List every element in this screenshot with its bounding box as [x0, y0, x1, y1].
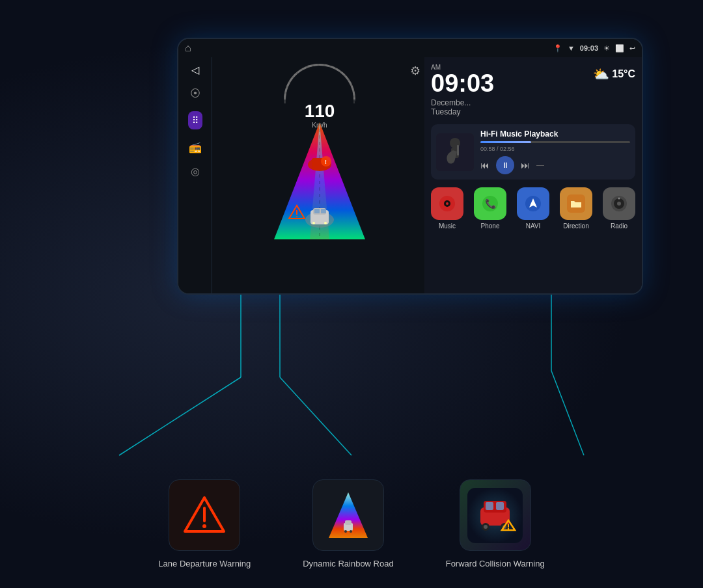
speedometer: 110 Km/h — [284, 64, 355, 129]
forward-collision-label: Forward Collision Warning — [446, 559, 545, 568]
svg-rect-19 — [314, 209, 320, 213]
music-player: Hi-Fi Music Playback 00:58 / 02:56 ⏮ ⏸ ⏭… — [431, 124, 635, 180]
svg-marker-43 — [329, 492, 368, 538]
phone-app-label: Phone — [481, 222, 500, 230]
lane-departure-icon-box — [169, 479, 240, 551]
svg-point-21 — [312, 222, 315, 224]
apps-grid-icon[interactable]: ⠿ — [188, 111, 202, 129]
location-icon: 📍 — [553, 44, 562, 53]
status-time: 09:03 — [580, 44, 598, 52]
play-pause-button[interactable]: ⏸ — [496, 156, 514, 174]
lane-departure-feature: Lane Departure Warning — [158, 479, 251, 568]
signal-icon: ▼ — [568, 44, 575, 52]
navi-app-icon — [517, 187, 549, 220]
feature-boxes: Lane Departure Warning — [0, 479, 703, 568]
next-button[interactable]: ⏭ — [521, 160, 530, 170]
forward-collision-icon-box — [460, 479, 531, 551]
svg-point-38 — [617, 202, 621, 206]
svg-point-46 — [344, 530, 347, 533]
app-navi[interactable]: NAVI — [517, 187, 549, 230]
app-grid: Music 📞 Phone NAVI — [431, 187, 635, 230]
music-app-icon — [431, 187, 463, 220]
settings-sidebar-icon[interactable]: ◎ — [191, 165, 200, 178]
time-display: AM 09:03 Decembe... Tuesday — [431, 64, 585, 116]
phone-app-icon: 📞 — [474, 187, 506, 220]
bluetooth-icon[interactable]: ⦿ — [190, 88, 200, 100]
svg-rect-52 — [496, 502, 504, 510]
home-icon[interactable]: ⌂ — [185, 42, 191, 54]
speed-value: 110 — [284, 101, 355, 122]
prev-button[interactable]: ⏮ — [480, 160, 489, 170]
svg-rect-26 — [457, 145, 459, 155]
rainbow-road-label: Dynamic Rainbow Road — [303, 559, 393, 568]
svg-text:!: ! — [325, 159, 327, 165]
lane-departure-label: Lane Departure Warning — [158, 559, 251, 568]
status-bar: ⌂ 📍 ▼ 09:03 ☀ ⬜ ↩ — [178, 39, 642, 57]
date-text: Decembe... — [431, 98, 585, 107]
music-time: 00:58 / 02:56 — [480, 146, 630, 152]
navigation-icon[interactable]: ◁ — [191, 64, 199, 76]
direction-app-label: Direction — [563, 222, 588, 230]
direction-app-icon — [560, 187, 592, 220]
rainbow-road-feature: Dynamic Rainbow Road — [303, 479, 393, 568]
album-art — [436, 133, 474, 171]
navi-app-label: NAVI — [526, 222, 541, 230]
svg-point-15 — [296, 216, 297, 217]
day-text: Tuesday — [431, 107, 585, 116]
weather-display: ⛅ 15°C — [593, 66, 635, 82]
music-app-label: Music — [439, 222, 456, 230]
app-phone[interactable]: 📞 Phone — [474, 187, 506, 230]
radio-app-label: Radio — [611, 222, 627, 230]
music-controls: ⏮ ⏸ ⏭ — — [480, 156, 630, 174]
back-icon[interactable]: ↩ — [629, 44, 635, 53]
rainbow-road-icon-box — [312, 479, 384, 551]
brightness-icon: ☀ — [603, 44, 610, 53]
svg-point-54 — [484, 525, 488, 529]
speed-gauge — [284, 64, 355, 100]
forward-collision-feature: Forward Collision Warning — [446, 479, 545, 568]
left-sidebar: ◁ ⦿ ⠿ 📻 ◎ — [178, 57, 212, 293]
svg-point-29 — [446, 202, 448, 205]
radio-app-icon — [603, 187, 635, 220]
app-radio[interactable]: Radio — [603, 187, 635, 230]
rainbow-road-visualization: ! — [241, 109, 398, 239]
clock-time: 09:03 — [431, 71, 585, 96]
main-screen: ⌂ 📍 ▼ 09:03 ☀ ⬜ ↩ ◁ ⦿ ⠿ 📻 ◎ ⚙ 110 Km/h — [177, 38, 643, 295]
music-info: Hi-Fi Music Playback 00:58 / 02:56 ⏮ ⏸ ⏭… — [480, 129, 630, 174]
app-direction[interactable]: Direction — [560, 187, 592, 230]
weather-icon: ⛅ — [593, 66, 609, 82]
app-music[interactable]: Music — [431, 187, 463, 230]
date-info: Decembe... Tuesday — [431, 98, 585, 116]
radio-sidebar-icon[interactable]: 📻 — [189, 141, 202, 154]
svg-rect-20 — [321, 209, 326, 213]
svg-point-59 — [508, 528, 509, 529]
progress-bar-container — [480, 141, 630, 143]
svg-text:📞: 📞 — [485, 198, 497, 209]
svg-point-42 — [202, 524, 206, 528]
svg-point-39 — [618, 198, 620, 200]
top-info-row: AM 09:03 Decembe... Tuesday ⛅ 15°C — [431, 64, 635, 116]
progress-bar-fill — [480, 141, 531, 143]
volume-icon: — — [536, 161, 544, 170]
weather-temperature: 15°C — [612, 68, 635, 80]
screen-icon: ⬜ — [615, 44, 624, 53]
right-panel: AM 09:03 Decembe... Tuesday ⛅ 15°C — [424, 57, 642, 293]
dashboard-settings-icon[interactable]: ⚙ — [410, 64, 420, 78]
svg-point-22 — [324, 222, 327, 224]
svg-point-47 — [350, 530, 352, 533]
music-title: Hi-Fi Music Playback — [480, 129, 630, 139]
svg-rect-51 — [486, 502, 493, 510]
dashboard-area: ⚙ 110 Km/h — [212, 57, 427, 293]
svg-rect-45 — [345, 520, 352, 525]
speed-unit: Km/h — [284, 122, 355, 129]
